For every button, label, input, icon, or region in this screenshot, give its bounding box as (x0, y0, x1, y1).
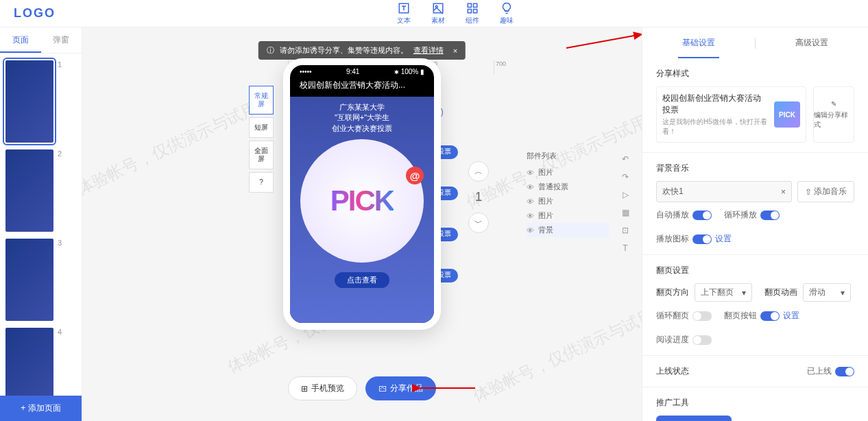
section-title: 推广工具 (656, 397, 854, 409)
phone-screen: ••••• 9:41 ✱ 100% ▮ 校园创新创业营销大赛活动... 广东某某… (290, 65, 434, 323)
layout-icon[interactable]: ⊡ (622, 226, 629, 235)
watermark: 体验帐号，仅供演示与试用 (470, 304, 642, 407)
content-title: 广东某某大学 "互联网+"大学生 创业大赛决赛投票 (332, 102, 392, 134)
edit-share-style-button[interactable]: ✎ 编辑分享样式 (813, 86, 854, 143)
section-promo: 推广工具 推广小助手 0成本获取流量 立即使用 (642, 387, 868, 421)
toggle-page-button[interactable] (760, 311, 780, 321)
music-selected[interactable]: 欢快1 × (656, 181, 792, 202)
tab-advanced-settings[interactable]: 高级设置 (756, 27, 868, 58)
screen-tab-full[interactable]: 全面屏 (249, 141, 274, 169)
cta-button[interactable]: 点击查看 (335, 272, 389, 288)
play-icon[interactable]: ▷ (623, 190, 629, 200)
component-list: 部件列表 👁图片 👁普通投票 👁图片 👁图片 👁背景 (527, 151, 609, 237)
nav-down[interactable]: ﹀ (468, 213, 489, 233)
section-title: 分享样式 (656, 68, 854, 80)
upload-icon: ⇧ (805, 187, 812, 197)
phone-content: 广东某某大学 "互联网+"大学生 创业大赛决赛投票 @ PICK 点击查看 (290, 97, 434, 323)
status-time: 9:41 (346, 68, 359, 75)
screen-tab-short[interactable]: 短屏 (249, 117, 274, 138)
section-title: 翻页设置 (656, 265, 854, 276)
thumb-number: 3 (58, 239, 62, 247)
topbar: LOGO 文本 素材 组件 趣味 (0, 0, 868, 27)
eye-icon: 👁 (527, 169, 534, 177)
svg-rect-3 (468, 3, 471, 7)
toggle-play-icon[interactable] (692, 234, 712, 244)
share-card-subtitle: 这是我制作的H5微传单，快打开看看！ (662, 117, 769, 136)
tab-page[interactable]: 页面 (0, 27, 41, 53)
tool-fun[interactable]: 趣味 (500, 2, 514, 25)
svg-rect-4 (473, 3, 477, 7)
undo-icon[interactable]: ↶ (622, 154, 629, 164)
page-type-tabs: 页面 弹窗 (0, 27, 82, 53)
tool-component[interactable]: 组件 (466, 2, 479, 25)
toggle-online[interactable] (835, 367, 854, 376)
notice-text: 请勿添加诱导分享、集赞等违规内容。 (280, 45, 408, 56)
section-online-status: 上线状态 已上线 (642, 356, 868, 387)
chevron-down-icon: ▾ (742, 288, 746, 298)
pick-hero: @ PICK (300, 139, 424, 263)
component-item[interactable]: 👁图片 (527, 194, 609, 208)
thumb-number: 2 (58, 149, 62, 158)
image-icon (432, 2, 444, 14)
add-page-button[interactable]: + 添加页面 (0, 396, 82, 421)
toggle-read-progress[interactable] (692, 335, 712, 345)
share-icon: ⮹ (378, 384, 387, 394)
phone-preview-button[interactable]: ⊞ 手机预览 (288, 376, 357, 400)
eye-icon: 👁 (527, 212, 534, 220)
screen-tab-normal[interactable]: 常规屏 (249, 86, 274, 115)
music-settings-link[interactable]: 设置 (715, 233, 732, 245)
eye-icon: 👁 (527, 183, 534, 191)
phone-preview: 常规屏 短屏 全面屏 ? ︿ 1 ﹀ ••••• 9:41 ✱ 100% ▮ (273, 58, 451, 330)
page-thumb-2[interactable] (5, 149, 53, 232)
notice-bar: ⓘ 请勿添加诱导分享、集赞等违规内容。 查看详情 × (258, 41, 466, 60)
section-title: 上线状态 (656, 365, 689, 377)
section-share-style: 分享样式 校园创新创业营销大赛活动投票 这是我制作的H5微传单，快打开看看！ P… (642, 58, 868, 153)
tool-text[interactable]: 文本 (397, 2, 411, 25)
logo: LOGO (14, 6, 56, 21)
share-work-button[interactable]: ⮹ 分享作品 (365, 376, 436, 400)
notice-link[interactable]: 查看详情 (413, 45, 444, 56)
edit-icon: ✎ (831, 100, 836, 108)
paging-settings-link[interactable]: 设置 (783, 310, 799, 322)
tab-popup[interactable]: 弹窗 (41, 27, 82, 53)
text-icon (398, 2, 410, 14)
page-nav: ︿ 1 ﹀ (468, 161, 489, 233)
page-thumb-3[interactable] (5, 239, 53, 321)
page-thumb-1[interactable] (5, 60, 53, 143)
clear-icon[interactable]: × (781, 187, 786, 197)
select-page-direction[interactable]: 上下翻页▾ (695, 283, 752, 302)
select-page-animation[interactable]: 滑动▾ (803, 283, 851, 302)
toggle-page-loop[interactable] (692, 311, 712, 321)
page-thumb-4[interactable] (5, 328, 53, 396)
notice-close[interactable]: × (453, 47, 457, 55)
layers-icon[interactable]: ▦ (622, 208, 629, 217)
toggle-autoplay[interactable] (692, 210, 712, 220)
add-music-button[interactable]: ⇧ 添加音乐 (797, 181, 854, 202)
text-tool-icon[interactable]: T (623, 243, 627, 253)
share-thumbnail: PICK (774, 101, 800, 128)
tool-material[interactable]: 素材 (431, 2, 445, 25)
page-thumbs: 1 2 3 4 5 + ⧉ 🗑 (0, 53, 82, 396)
redo-icon[interactable]: ↷ (622, 172, 629, 182)
nav-up[interactable]: ︿ (468, 161, 489, 182)
canvas-area: 体验帐号，仅供演示与试用 体验帐号，仅供演示与试用 体验帐号，仅供演示与试用 体… (82, 27, 642, 421)
svg-rect-5 (468, 9, 471, 12)
watermark: 体验帐号，仅供演示与试用 (82, 97, 261, 200)
toggle-loop[interactable] (760, 210, 780, 220)
grid-icon (466, 2, 479, 14)
at-badge: @ (406, 167, 424, 184)
component-item[interactable]: 👁普通投票 (527, 180, 609, 194)
component-item-selected[interactable]: 👁背景 (527, 223, 609, 237)
settings-panel: 基础设置 高级设置 分享样式 校园创新创业营销大赛活动投票 这是我制作的H5微传… (642, 27, 868, 421)
component-item[interactable]: 👁图片 (527, 165, 609, 180)
qrcode-icon: ⊞ (301, 384, 308, 394)
thumb-number: 4 (58, 328, 62, 336)
canvas-tool-strip: ↶ ↷ ▷ ▦ ⊡ T (617, 154, 634, 253)
left-sidebar: 页面 弹窗 1 2 3 4 5 + ⧉ 🗑 + 添加页面 (0, 27, 82, 421)
svg-rect-1 (433, 3, 443, 13)
chevron-down-icon: ▾ (841, 288, 845, 298)
tab-basic-settings[interactable]: 基础设置 (642, 27, 755, 58)
thumb-number: 1 (58, 60, 62, 69)
screen-tab-help[interactable]: ? (249, 172, 274, 193)
component-item[interactable]: 👁图片 (527, 208, 609, 223)
